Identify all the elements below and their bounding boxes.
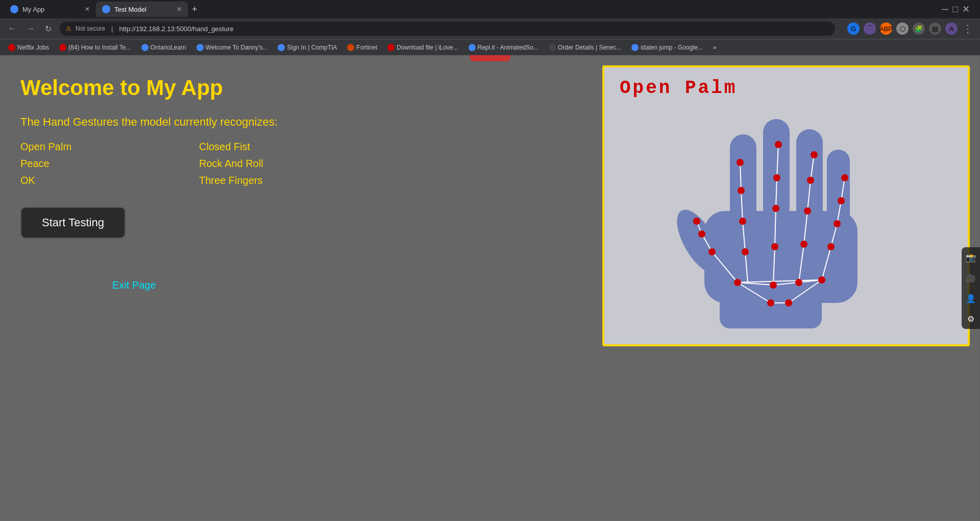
address-input[interactable]: ⚠ Not secure | http://192.168.2.13:5000/…: [60, 21, 835, 36]
svg-point-43: [771, 243, 778, 250]
close-browser-button[interactable]: ✕: [962, 4, 970, 15]
gesture-subtitle: The Hand Gestures the model currently re…: [20, 115, 378, 129]
adblock-icon[interactable]: ABP: [880, 22, 892, 35]
profile-icon[interactable]: A: [945, 22, 958, 35]
gesture-list: Open Palm Closed Fist Peace Rock And Rol…: [20, 141, 378, 186]
bookmark-order-icon: [549, 44, 556, 51]
sidebar-icons: 📸 🎥 👤 ⚙: [962, 247, 980, 329]
svg-point-54: [795, 279, 802, 286]
bookmark-replit-label: Repl.it - AnimatedSo...: [478, 44, 538, 51]
new-tab-button[interactable]: +: [188, 4, 202, 15]
security-label: Not secure: [76, 25, 105, 32]
svg-point-36: [737, 159, 744, 166]
tab-close-my-app[interactable]: ✕: [85, 6, 90, 13]
browser-chrome: My App ✕ Test Model ✕ + ─ □ ✕ ← → ↻ ⚠ No…: [0, 0, 980, 55]
url-text: http://192.168.2.13:5000/hand_gesture: [119, 25, 233, 33]
forward-button[interactable]: →: [24, 22, 37, 35]
bookmark-comptia[interactable]: Sign In | CompTIA: [274, 43, 341, 52]
bookmarks-bar: Netflix Jobs (84) How to Install Te... O…: [0, 39, 980, 55]
svg-point-44: [811, 151, 818, 158]
svg-point-45: [807, 177, 814, 184]
page-content: Welcome to My App The Hand Gestures the …: [0, 55, 980, 521]
svg-point-40: [775, 141, 782, 148]
camera-snapshot-icon[interactable]: 📸: [964, 250, 978, 265]
split-view-icon[interactable]: ▤: [929, 22, 941, 35]
notch: [470, 55, 510, 61]
svg-point-56: [767, 299, 774, 306]
refresh-button[interactable]: ↻: [43, 22, 54, 36]
svg-point-33: [693, 218, 700, 225]
bookmark-ilovepdf-label: Download file | iLove...: [397, 44, 458, 51]
bookmark-idaten-label: idaten jump - Google...: [641, 44, 702, 51]
left-panel: Welcome to My App The Hand Gestures the …: [0, 55, 398, 521]
tab-close-test-model[interactable]: ✕: [177, 6, 182, 13]
bookmark-more-label: »: [713, 44, 717, 51]
bookmark-replit[interactable]: Repl.it - AnimatedSo...: [464, 43, 543, 52]
extra-icon[interactable]: ⬡: [896, 22, 909, 35]
tab-my-app[interactable]: My App ✕: [4, 2, 96, 17]
gesture-rock-and-roll: Rock And Roll: [199, 158, 378, 170]
svg-point-42: [772, 205, 779, 212]
hand-illustration-container: [604, 67, 968, 344]
toolbar-right: G ⌒ ABP ⬡ 🧩 ▤ A ⋮: [847, 22, 974, 35]
tab-test-model[interactable]: Test Model ✕: [96, 2, 188, 17]
bookmark-idaten[interactable]: idaten jump - Google...: [627, 43, 706, 52]
bookmark-fortinet-label: Fortinet: [356, 44, 377, 51]
bookmark-order[interactable]: Order Details | Senec...: [545, 43, 626, 52]
svg-point-55: [818, 276, 825, 283]
gesture-three-fingers: Three Fingers: [199, 175, 378, 186]
security-warning: ⚠: [66, 25, 71, 32]
bookmark-netflix-label: Netflix Jobs: [17, 44, 49, 51]
google-icon[interactable]: G: [847, 22, 860, 35]
exit-page-link[interactable]: Exit Page: [112, 279, 378, 291]
maximize-button[interactable]: □: [952, 4, 958, 15]
video-icon[interactable]: 🎥: [964, 271, 978, 285]
page-title: Welcome to My App: [20, 76, 378, 100]
bookmark-danny[interactable]: Welcome To Danny's...: [192, 43, 272, 52]
bookmark-ilovepdf[interactable]: Download file | iLove...: [383, 43, 462, 52]
start-testing-button[interactable]: Start Testing: [20, 207, 126, 239]
bookmark-ilovepdf-icon: [387, 44, 395, 51]
address-bar: ← → ↻ ⚠ Not secure | http://192.168.2.13…: [0, 18, 980, 39]
bookmark-danny-icon: [197, 44, 204, 51]
bookmark-ontario[interactable]: OntarioLearn: [137, 43, 190, 52]
bookmark-ontario-label: OntarioLearn: [151, 44, 186, 51]
edge-icon[interactable]: ⌒: [864, 22, 876, 35]
svg-rect-6: [720, 288, 822, 328]
svg-point-37: [738, 187, 745, 194]
svg-point-49: [838, 197, 845, 204]
settings-icon[interactable]: ⚙: [964, 312, 978, 326]
svg-point-51: [827, 243, 835, 250]
svg-point-48: [841, 174, 848, 181]
bookmark-replit-icon: [469, 44, 476, 51]
svg-point-39: [742, 248, 749, 255]
bookmark-netflix-icon: [8, 44, 15, 51]
bookmark-fortinet-icon: [347, 44, 354, 51]
gesture-image-panel: Open Palm: [602, 65, 970, 346]
svg-point-41: [773, 174, 780, 181]
bookmark-netflix[interactable]: Netflix Jobs: [4, 43, 53, 52]
svg-point-52: [734, 279, 741, 286]
gesture-closed-fist: Closed Fist: [199, 141, 378, 153]
svg-point-50: [834, 220, 841, 227]
extensions-icon[interactable]: 🧩: [913, 22, 925, 35]
gesture-ok: OK: [20, 175, 199, 186]
bookmark-order-label: Order Details | Senec...: [558, 44, 622, 51]
menu-icon[interactable]: ⋮: [962, 22, 974, 35]
bookmark-youtube-icon: [59, 44, 66, 51]
bookmark-comptia-label: Sign In | CompTIA: [287, 44, 337, 51]
minimize-button[interactable]: ─: [942, 4, 948, 15]
bookmark-more[interactable]: »: [709, 43, 721, 52]
back-button[interactable]: ←: [6, 22, 18, 35]
bookmark-fortinet[interactable]: Fortinet: [343, 43, 381, 52]
user-icon[interactable]: 👤: [964, 291, 978, 305]
detected-gesture-label: Open Palm: [620, 78, 737, 99]
svg-point-46: [804, 207, 811, 215]
tab-label-my-app: My App: [22, 6, 44, 13]
svg-point-53: [770, 281, 777, 289]
title-bar: My App ✕ Test Model ✕ + ─ □ ✕: [0, 0, 980, 18]
svg-point-38: [739, 218, 746, 225]
bookmark-youtube[interactable]: (84) How to Install Te...: [55, 43, 135, 52]
svg-point-57: [785, 299, 792, 306]
tab-favicon-my-app: [10, 5, 18, 13]
